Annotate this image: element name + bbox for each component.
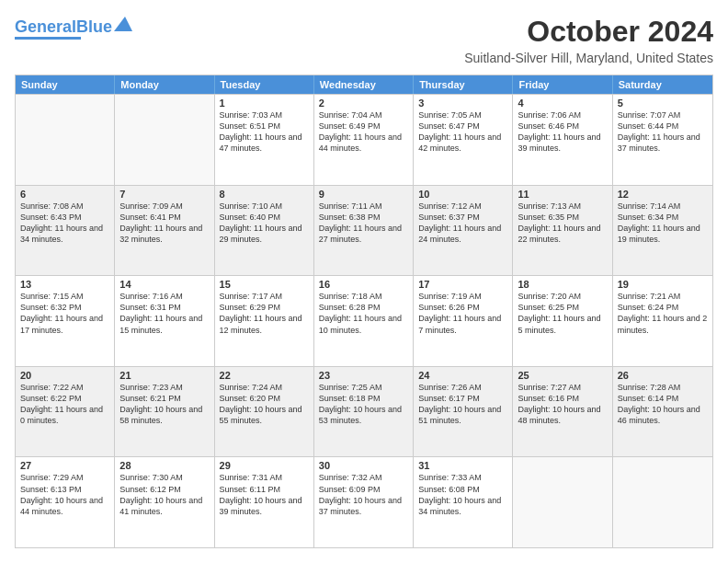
day-info: Sunrise: 7:16 AM Sunset: 6:31 PM Dayligh…	[119, 291, 209, 336]
day-number: 28	[119, 460, 209, 471]
day-info: Sunrise: 7:25 AM Sunset: 6:18 PM Dayligh…	[319, 382, 408, 427]
calendar-cell: 20Sunrise: 7:22 AM Sunset: 6:22 PM Dayli…	[16, 367, 115, 457]
day-number: 19	[618, 279, 708, 290]
calendar-cell	[513, 457, 612, 547]
calendar-cell: 6Sunrise: 7:08 AM Sunset: 6:43 PM Daylig…	[16, 186, 115, 276]
calendar-row: 6Sunrise: 7:08 AM Sunset: 6:43 PM Daylig…	[16, 185, 712, 276]
day-number: 23	[319, 370, 408, 381]
logo-icon	[114, 15, 132, 33]
calendar-cell: 14Sunrise: 7:16 AM Sunset: 6:31 PM Dayli…	[115, 276, 214, 366]
calendar-cell: 11Sunrise: 7:13 AM Sunset: 6:35 PM Dayli…	[513, 186, 612, 276]
calendar-header-cell: Monday	[115, 75, 214, 94]
calendar-cell: 26Sunrise: 7:28 AM Sunset: 6:14 PM Dayli…	[613, 367, 712, 457]
calendar-cell: 24Sunrise: 7:26 AM Sunset: 6:17 PM Dayli…	[414, 367, 513, 457]
day-number: 14	[119, 279, 209, 290]
day-number: 26	[618, 370, 708, 381]
day-info: Sunrise: 7:28 AM Sunset: 6:14 PM Dayligh…	[618, 382, 708, 427]
day-info: Sunrise: 7:05 AM Sunset: 6:47 PM Dayligh…	[418, 109, 507, 155]
day-number: 5	[618, 98, 708, 109]
day-info: Sunrise: 7:06 AM Sunset: 6:46 PM Dayligh…	[518, 109, 607, 155]
calendar-cell: 29Sunrise: 7:31 AM Sunset: 6:11 PM Dayli…	[215, 457, 314, 547]
day-info: Sunrise: 7:33 AM Sunset: 6:08 PM Dayligh…	[418, 472, 507, 517]
calendar-cell: 19Sunrise: 7:21 AM Sunset: 6:24 PM Dayli…	[613, 276, 712, 366]
day-info: Sunrise: 7:20 AM Sunset: 6:25 PM Dayligh…	[518, 291, 607, 336]
logo: GeneralBlue	[15, 15, 132, 40]
day-info: Sunrise: 7:24 AM Sunset: 6:20 PM Dayligh…	[220, 382, 309, 427]
calendar-cell: 5Sunrise: 7:07 AM Sunset: 6:44 PM Daylig…	[613, 95, 712, 185]
day-number: 6	[20, 189, 109, 200]
calendar-cell: 4Sunrise: 7:06 AM Sunset: 6:46 PM Daylig…	[513, 95, 612, 185]
day-number: 27	[20, 460, 109, 471]
day-number: 8	[220, 189, 309, 200]
day-info: Sunrise: 7:30 AM Sunset: 6:12 PM Dayligh…	[119, 472, 209, 517]
calendar-cell: 7Sunrise: 7:09 AM Sunset: 6:41 PM Daylig…	[115, 186, 214, 276]
day-info: Sunrise: 7:26 AM Sunset: 6:17 PM Dayligh…	[418, 382, 507, 427]
day-number: 12	[618, 189, 708, 200]
day-number: 3	[418, 98, 507, 109]
day-info: Sunrise: 7:13 AM Sunset: 6:35 PM Dayligh…	[518, 201, 607, 246]
day-info: Sunrise: 7:08 AM Sunset: 6:43 PM Dayligh…	[20, 201, 109, 246]
calendar-cell: 3Sunrise: 7:05 AM Sunset: 6:47 PM Daylig…	[414, 95, 513, 185]
day-number: 11	[518, 189, 607, 200]
day-number: 2	[319, 98, 408, 109]
calendar-cell: 27Sunrise: 7:29 AM Sunset: 6:13 PM Dayli…	[16, 457, 115, 547]
calendar-cell: 22Sunrise: 7:24 AM Sunset: 6:20 PM Dayli…	[215, 367, 314, 457]
day-info: Sunrise: 7:29 AM Sunset: 6:13 PM Dayligh…	[20, 472, 109, 517]
calendar-cell: 10Sunrise: 7:12 AM Sunset: 6:37 PM Dayli…	[414, 186, 513, 276]
day-info: Sunrise: 7:10 AM Sunset: 6:40 PM Dayligh…	[220, 201, 309, 246]
day-info: Sunrise: 7:09 AM Sunset: 6:41 PM Dayligh…	[119, 201, 209, 246]
calendar-header-cell: Tuesday	[215, 75, 314, 94]
calendar-row: 20Sunrise: 7:22 AM Sunset: 6:22 PM Dayli…	[16, 366, 712, 457]
calendar-cell	[613, 457, 712, 547]
calendar-cell: 8Sunrise: 7:10 AM Sunset: 6:40 PM Daylig…	[215, 186, 314, 276]
day-number: 4	[518, 98, 607, 109]
calendar-row: 13Sunrise: 7:15 AM Sunset: 6:32 PM Dayli…	[16, 275, 712, 366]
logo-part2: Blue	[76, 17, 112, 36]
calendar-cell: 15Sunrise: 7:17 AM Sunset: 6:29 PM Dayli…	[215, 276, 314, 366]
calendar-cell: 25Sunrise: 7:27 AM Sunset: 6:16 PM Dayli…	[513, 367, 612, 457]
logo-text: GeneralBlue	[15, 18, 112, 35]
day-number: 16	[319, 279, 408, 290]
logo-underline	[15, 37, 81, 40]
day-info: Sunrise: 7:23 AM Sunset: 6:21 PM Dayligh…	[119, 382, 209, 427]
calendar-cell	[115, 95, 214, 185]
calendar-cell: 9Sunrise: 7:11 AM Sunset: 6:38 PM Daylig…	[314, 186, 414, 276]
day-number: 7	[119, 189, 209, 200]
calendar-header-cell: Friday	[513, 75, 612, 94]
calendar-body: 1Sunrise: 7:03 AM Sunset: 6:51 PM Daylig…	[16, 94, 712, 547]
calendar-header-cell: Wednesday	[314, 75, 414, 94]
day-number: 31	[418, 460, 507, 471]
calendar-header-cell: Saturday	[613, 75, 712, 94]
calendar-cell: 31Sunrise: 7:33 AM Sunset: 6:08 PM Dayli…	[414, 457, 513, 547]
calendar-cell: 21Sunrise: 7:23 AM Sunset: 6:21 PM Dayli…	[115, 367, 214, 457]
calendar-row: 27Sunrise: 7:29 AM Sunset: 6:13 PM Dayli…	[16, 456, 712, 547]
calendar-cell: 23Sunrise: 7:25 AM Sunset: 6:18 PM Dayli…	[314, 367, 414, 457]
title-section: October 2024 Suitland-Silver Hill, Maryl…	[464, 15, 713, 65]
day-info: Sunrise: 7:31 AM Sunset: 6:11 PM Dayligh…	[220, 472, 309, 517]
calendar-cell: 2Sunrise: 7:04 AM Sunset: 6:49 PM Daylig…	[314, 95, 414, 185]
day-info: Sunrise: 7:22 AM Sunset: 6:22 PM Dayligh…	[20, 382, 109, 427]
calendar-cell	[16, 95, 115, 185]
day-number: 25	[518, 370, 607, 381]
day-info: Sunrise: 7:07 AM Sunset: 6:44 PM Dayligh…	[618, 109, 708, 155]
calendar-cell: 12Sunrise: 7:14 AM Sunset: 6:34 PM Dayli…	[613, 186, 712, 276]
calendar-header-cell: Thursday	[414, 75, 513, 94]
header: GeneralBlue October 2024 Suitland-Silver…	[15, 15, 713, 65]
day-info: Sunrise: 7:15 AM Sunset: 6:32 PM Dayligh…	[20, 291, 109, 336]
calendar-cell: 1Sunrise: 7:03 AM Sunset: 6:51 PM Daylig…	[215, 95, 314, 185]
calendar-cell: 17Sunrise: 7:19 AM Sunset: 6:26 PM Dayli…	[414, 276, 513, 366]
calendar-cell: 18Sunrise: 7:20 AM Sunset: 6:25 PM Dayli…	[513, 276, 612, 366]
calendar-cell: 28Sunrise: 7:30 AM Sunset: 6:12 PM Dayli…	[115, 457, 214, 547]
calendar-row: 1Sunrise: 7:03 AM Sunset: 6:51 PM Daylig…	[16, 94, 712, 185]
day-info: Sunrise: 7:27 AM Sunset: 6:16 PM Dayligh…	[518, 382, 607, 427]
calendar-cell: 16Sunrise: 7:18 AM Sunset: 6:28 PM Dayli…	[314, 276, 414, 366]
subtitle: Suitland-Silver Hill, Maryland, United S…	[464, 51, 713, 65]
logo-part1: General	[15, 17, 76, 36]
calendar-cell: 13Sunrise: 7:15 AM Sunset: 6:32 PM Dayli…	[16, 276, 115, 366]
day-info: Sunrise: 7:11 AM Sunset: 6:38 PM Dayligh…	[319, 201, 408, 246]
day-number: 21	[119, 370, 209, 381]
day-number: 1	[220, 98, 309, 109]
day-info: Sunrise: 7:32 AM Sunset: 6:09 PM Dayligh…	[319, 472, 408, 517]
day-number: 24	[418, 370, 507, 381]
calendar-header: SundayMondayTuesdayWednesdayThursdayFrid…	[16, 75, 712, 94]
